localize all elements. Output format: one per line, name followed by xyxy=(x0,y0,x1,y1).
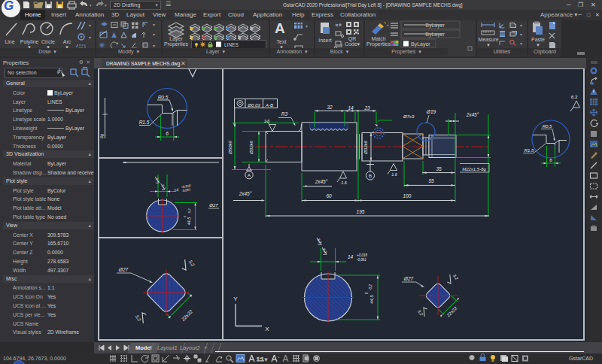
svg-text:55: 55 xyxy=(428,178,434,184)
svg-text:14: 14 xyxy=(348,105,354,111)
svg-text:R0.5: R0.5 xyxy=(158,95,169,100)
svg-text:R1.5: R1.5 xyxy=(139,120,150,125)
svg-text:3,2: 3,2 xyxy=(161,184,167,190)
svg-text:ByLayer: ByLayer xyxy=(425,23,445,29)
svg-text:A-B: A-B xyxy=(265,103,273,108)
svg-text:Ø27: Ø27 xyxy=(403,276,414,281)
svg-text:R1.5: R1.5 xyxy=(524,148,534,153)
svg-text:Ø0,03: Ø0,03 xyxy=(247,103,260,108)
svg-text:0: 0 xyxy=(365,292,369,294)
svg-text:▾: ▾ xyxy=(153,32,155,37)
svg-text:3,2: 3,2 xyxy=(417,309,424,317)
svg-text:Ø19: Ø19 xyxy=(426,109,436,114)
svg-text:▾: ▾ xyxy=(89,23,91,28)
svg-text:R3: R3 xyxy=(281,111,288,117)
svg-text:14: 14 xyxy=(348,254,354,259)
svg-text:▾: ▾ xyxy=(89,35,91,40)
svg-text:1:1: 1:1 xyxy=(257,356,264,362)
svg-text:-0,2: -0,2 xyxy=(187,208,191,214)
svg-text:▾: ▾ xyxy=(306,24,308,29)
svg-text:44,5: 44,5 xyxy=(187,217,191,226)
svg-text:6g: 6g xyxy=(99,133,104,138)
svg-text:Ø7x3: Ø7x3 xyxy=(403,114,415,119)
svg-text:14: 14 xyxy=(174,187,179,193)
svg-text:▾: ▾ xyxy=(265,357,267,362)
svg-text:-0,2: -0,2 xyxy=(369,284,372,290)
svg-text:▾: ▾ xyxy=(520,23,522,28)
svg-text:35: 35 xyxy=(436,166,442,171)
svg-text:3,2: 3,2 xyxy=(321,247,328,254)
svg-text:2x45°: 2x45° xyxy=(239,191,252,196)
svg-text:1.6: 1.6 xyxy=(391,172,398,177)
svg-text:▾: ▾ xyxy=(520,32,522,37)
svg-text:Ø32k6: Ø32k6 xyxy=(363,141,368,155)
svg-text:2x45°: 2x45° xyxy=(315,179,328,184)
svg-text:-0,061: -0,061 xyxy=(357,258,366,262)
svg-text:3,2: 3,2 xyxy=(188,259,196,268)
svg-text:Y: Y xyxy=(233,296,238,302)
svg-text:3,2: 3,2 xyxy=(316,238,323,244)
svg-text:X: X xyxy=(265,326,269,332)
svg-text:Ø50k6: Ø50k6 xyxy=(228,141,233,155)
svg-text:1.6: 1.6 xyxy=(341,180,348,185)
svg-text:▾: ▾ xyxy=(90,3,92,8)
svg-text:▾: ▾ xyxy=(153,23,155,27)
svg-text:3,2: 3,2 xyxy=(452,273,459,281)
svg-text:ByLayer: ByLayer xyxy=(425,32,445,38)
svg-text:6,3: 6,3 xyxy=(571,95,578,99)
svg-text:M22x1,5-6g: M22x1,5-6g xyxy=(462,167,486,171)
svg-text:ByLayer: ByLayer xyxy=(411,41,430,47)
svg-text:0: 0 xyxy=(183,215,187,217)
svg-text:-0,061: -0,061 xyxy=(181,187,191,193)
svg-text:Ø32k6: Ø32k6 xyxy=(249,141,254,155)
svg-text:100: 100 xyxy=(403,193,412,199)
svg-text:3,2: 3,2 xyxy=(155,177,161,183)
svg-text:32: 32 xyxy=(327,105,333,110)
svg-text:60: 60 xyxy=(326,193,332,199)
svg-text:195: 195 xyxy=(357,209,365,214)
svg-text:2x45°: 2x45° xyxy=(466,112,479,117)
svg-text:22x22: 22x22 xyxy=(445,305,458,318)
svg-text:Ø27: Ø27 xyxy=(208,203,218,208)
svg-text:22x22: 22x22 xyxy=(180,308,193,322)
svg-text:3,2: 3,2 xyxy=(135,314,142,323)
svg-text:23: 23 xyxy=(363,105,370,111)
svg-text:B: B xyxy=(369,174,372,178)
svg-text:44,5: 44,5 xyxy=(369,295,374,304)
svg-text:R0.5: R0.5 xyxy=(543,124,552,129)
svg-text:▾: ▾ xyxy=(105,3,107,8)
svg-text:A: A xyxy=(248,173,251,177)
svg-text:Ø27: Ø27 xyxy=(118,267,129,272)
svg-text:+0,018: +0,018 xyxy=(357,253,367,257)
svg-text:6: 6 xyxy=(166,131,169,136)
svg-text:▾: ▾ xyxy=(520,41,522,46)
svg-text:1.6: 1.6 xyxy=(264,119,271,123)
